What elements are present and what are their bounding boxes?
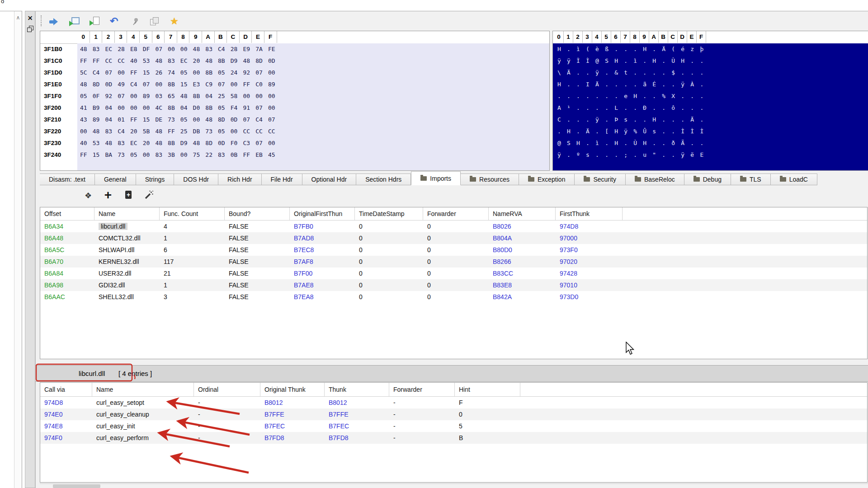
cell-originalfirstthunk[interactable]: B7AD8 — [290, 232, 355, 244]
add-import-doc-icon[interactable] — [123, 190, 135, 202]
hex-row[interactable]: 3F220 00 48 83 C4 20 5B 48 FF 25 DB 73 0… — [40, 126, 549, 137]
cell-forwarder[interactable]: 0 — [423, 256, 489, 267]
col-header-ordinal[interactable]: Ordinal — [194, 383, 260, 396]
compare-icon[interactable] — [150, 16, 160, 27]
col-header-bound[interactable]: Bound? — [225, 207, 290, 220]
cell-hint[interactable]: 0 — [455, 408, 520, 420]
ascii-body[interactable]: H.ì(èß...H.Ä(ézþÿÿÌÌ@SH.ì.H.ÙH..\Ä..ÿ.&t… — [553, 43, 868, 170]
cell-ordinal[interactable]: - — [194, 432, 260, 444]
add-entry-icon[interactable] — [102, 190, 114, 202]
cell-originalfirstthunk[interactable]: B7FB0 — [290, 221, 355, 232]
ascii-row[interactable]: \Ä..ÿ.&t....$... — [553, 67, 868, 79]
hex-bytes[interactable]: 48 8D 0D 49 C4 07 00 8B 15 E3 C9 07 00 F… — [80, 79, 275, 90]
cell-thunk[interactable]: B7FEC — [325, 420, 389, 432]
col-header-namerva[interactable]: NameRVA — [489, 207, 556, 220]
cell-timedatestamp[interactable]: 0 — [355, 244, 423, 256]
cell-func-name[interactable]: curl_easy_setopt — [92, 397, 194, 408]
cell-bound[interactable]: FALSE — [225, 221, 290, 232]
ascii-row[interactable]: ÿÿÌÌ@SH.ì.H.ÙH.. — [553, 55, 868, 67]
cell-namerva[interactable]: B83E8 — [489, 279, 556, 291]
cell-bound[interactable]: FALSE — [225, 232, 290, 244]
ascii-row[interactable]: H.ì(èß...H.Ä(ézþ — [553, 43, 868, 55]
col-header-func-count[interactable]: Func. Count — [160, 207, 225, 220]
cell-forwarder2[interactable]: - — [389, 420, 455, 432]
cell-func-count[interactable]: 117 — [160, 256, 225, 267]
hex-row[interactable]: 3F1E0 48 8D 0D 49 C4 07 00 8B 15 E3 C9 0… — [40, 79, 549, 90]
hex-row[interactable]: 3F200 41 B9 04 00 00 00 4C 8B 04 D0 8B 0… — [40, 102, 549, 114]
section-tab[interactable]: Optional Hdr — [302, 174, 357, 185]
cell-offset[interactable]: B6A34 — [40, 221, 94, 232]
ascii-rows[interactable]: H.ì(èß...H.Ä(ézþÿÿÌÌ@SH.ì.H.ÙH..\Ä..ÿ.&t… — [553, 43, 868, 161]
section-tab[interactable]: Imports — [411, 171, 461, 185]
cell-forwarder[interactable]: 0 — [423, 232, 489, 244]
hex-view[interactable]: 0123456789ABCDEF 3F1B0 48 83 EC 28 E8 DF… — [40, 31, 550, 171]
cell-call-via[interactable]: 974E8 — [40, 420, 92, 432]
hex-bytes[interactable]: FF 15 BA 73 05 00 83 3B 00 75 22 83 0B F… — [80, 149, 275, 161]
undo-icon[interactable] — [110, 16, 121, 27]
cell-originalfirstthunk[interactable]: B7EA8 — [290, 291, 355, 303]
cell-firstthunk[interactable]: 97020 — [556, 256, 623, 267]
section-tab[interactable]: LoadC — [771, 174, 817, 185]
cell-timedatestamp[interactable]: 0 — [355, 221, 423, 232]
dll-name-text[interactable]: libcurl.dll — [99, 223, 127, 230]
cell-ordinal[interactable]: - — [194, 397, 260, 408]
cell-thunk[interactable]: B7FD8 — [325, 432, 389, 444]
go-forward-icon[interactable] — [49, 16, 60, 27]
col-header-call-via[interactable]: Call via — [40, 383, 92, 396]
scroll-up-icon[interactable] — [14, 13, 22, 22]
cell-forwarder2[interactable]: - — [389, 408, 455, 420]
dll-name-text[interactable]: SHLWAPI.dll — [99, 246, 134, 253]
ascii-row[interactable]: C...ÿ.Þs..H...Ä. — [553, 114, 868, 126]
col-header-forwarder[interactable]: Forwarder — [423, 207, 489, 220]
cell-firstthunk[interactable]: 97428 — [556, 267, 623, 279]
cell-call-via[interactable]: 974E0 — [40, 408, 92, 420]
section-tab[interactable]: Security — [575, 174, 626, 185]
dll-name-text[interactable]: USER32.dll — [99, 270, 131, 277]
hex-row[interactable]: 3F210 43 89 04 01 FF 15 DE 73 05 00 48 8… — [40, 114, 549, 126]
imports-table-row[interactable]: B6A48 COMCTL32.dll 1 FALSE B7AD8 0 0 B80… — [40, 232, 867, 244]
col-header-func-name[interactable]: Name — [92, 383, 194, 396]
float-window-icon[interactable] — [27, 26, 33, 32]
hex-bytes[interactable]: 40 53 48 83 EC 20 48 8B D9 48 8D 0D F0 C… — [80, 137, 275, 149]
magic-wand-icon[interactable] — [143, 190, 155, 202]
cell-forwarder2[interactable]: - — [389, 432, 455, 444]
cell-original-thunk[interactable]: B8012 — [260, 397, 325, 408]
cell-timedatestamp[interactable]: 0 — [355, 256, 423, 267]
cell-forwarder[interactable]: 0 — [423, 221, 489, 232]
col-header-originalfirstthunk[interactable]: OriginalFirstThun — [290, 207, 355, 220]
hex-row[interactable]: 3F1D0 5C C4 07 00 FF 15 26 74 05 00 8B 0… — [40, 67, 549, 79]
cell-offset[interactable]: B6A98 — [40, 279, 94, 291]
cell-bound[interactable]: FALSE — [225, 291, 290, 303]
dll-name-text[interactable]: COMCTL32.dll — [99, 235, 141, 242]
ascii-view[interactable]: 0123456789ABCDEF H.ì(èß...H.Ä(ézþÿÿÌÌ@SH… — [552, 31, 868, 171]
cell-func-name[interactable]: curl_easy_init — [92, 420, 194, 432]
col-header-original-thunk[interactable]: Original Thunk — [260, 383, 325, 396]
cell-originalfirstthunk[interactable]: B7EC8 — [290, 244, 355, 256]
cell-firstthunk[interactable]: 974D8 — [556, 221, 623, 232]
cell-dll-name[interactable]: COMCTL32.dll — [94, 232, 160, 244]
dll-name-text[interactable]: SHELL32.dll — [99, 293, 134, 300]
cell-ordinal[interactable]: - — [194, 408, 260, 420]
col-header-thunk[interactable]: Thunk — [325, 383, 389, 396]
cell-original-thunk[interactable]: B7FFE — [260, 408, 325, 420]
section-tab[interactable]: Rich Hdr — [218, 174, 261, 185]
imports-table[interactable]: Offset Name Func. Count Bound? OriginalF… — [40, 207, 868, 359]
cell-hint[interactable]: 5 — [455, 420, 520, 432]
cell-timedatestamp[interactable]: 0 — [355, 267, 423, 279]
section-tab[interactable]: TLS — [731, 174, 771, 185]
import-file-icon[interactable] — [90, 16, 100, 27]
cell-dll-name[interactable]: USER32.dll — [94, 267, 160, 279]
cell-bound[interactable]: FALSE — [225, 267, 290, 279]
load-window-icon[interactable] — [69, 16, 80, 27]
toolbar-drag-handle[interactable] — [41, 15, 42, 26]
cell-func-count[interactable]: 21 — [160, 267, 225, 279]
col-header-hint[interactable]: Hint — [455, 383, 520, 396]
cell-thunk[interactable]: B8012 — [325, 397, 389, 408]
cell-original-thunk[interactable]: B7FEC — [260, 420, 325, 432]
cell-ordinal[interactable]: - — [194, 420, 260, 432]
imports-table-row[interactable]: B6A5C SHLWAPI.dll 6 FALSE B7EC8 0 0 B80D… — [40, 244, 867, 256]
cell-bound[interactable]: FALSE — [225, 279, 290, 291]
imports-table-row[interactable]: B6A70 KERNEL32.dll 117 FALSE B7AF8 0 0 B… — [40, 256, 867, 267]
hex-bytes[interactable]: 41 B9 04 00 00 00 4C 8B 04 D0 8B 05 F4 9… — [80, 102, 275, 114]
col-header-forwarder2[interactable]: Forwarder — [389, 383, 455, 396]
